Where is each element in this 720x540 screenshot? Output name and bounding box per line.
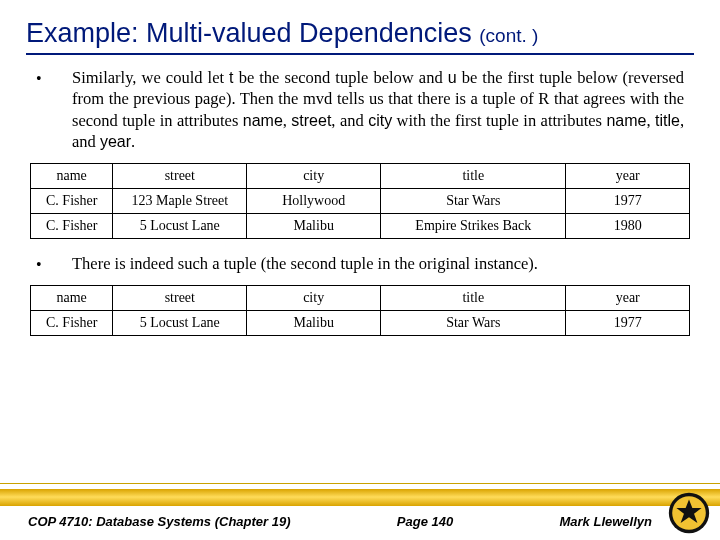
slide: Example: Multi-valued Dependencies (cont… <box>0 0 720 540</box>
table-header-row: name street city title year <box>31 286 690 311</box>
attr-title: title <box>655 112 680 129</box>
title-main: Example: Multi-valued Dependencies <box>26 18 479 48</box>
text: , and <box>331 111 368 130</box>
th-street: street <box>113 286 247 311</box>
bullet-1-text: Similarly, we could let t be the second … <box>72 67 684 153</box>
title-rule <box>26 53 694 55</box>
attr-year: year <box>100 133 131 150</box>
cell: 1977 <box>566 188 690 213</box>
attr-name: name <box>243 112 283 129</box>
cell: 123 Maple Street <box>113 188 247 213</box>
cell: 1977 <box>566 311 690 336</box>
table-2: name street city title year C. Fisher 5 … <box>30 285 690 336</box>
bullet-1: • Similarly, we could let t be the secon… <box>36 67 684 153</box>
th-city: city <box>247 286 381 311</box>
bullet-marker: • <box>36 67 72 90</box>
cell: Empire Strikes Back <box>381 213 566 238</box>
bullet-marker: • <box>36 253 72 276</box>
cell: Hollywood <box>247 188 381 213</box>
table-1: name street city title year C. Fisher 12… <box>30 163 690 239</box>
th-title: title <box>381 163 566 188</box>
th-name: name <box>31 286 113 311</box>
attr-name: name <box>606 112 646 129</box>
attr-street: street <box>291 112 331 129</box>
footer-page: Page 140 <box>397 514 453 529</box>
cell: C. Fisher <box>31 188 113 213</box>
cell: Star Wars <box>381 188 566 213</box>
cell: 5 Locust Lane <box>113 213 247 238</box>
slide-title: Example: Multi-valued Dependencies (cont… <box>26 18 694 49</box>
footer-gradient <box>0 486 720 506</box>
text: . <box>131 132 135 151</box>
text: Similarly, we could let <box>72 68 229 87</box>
bullet-2-text: There is indeed such a tuple (the second… <box>72 253 684 274</box>
attr-city: city <box>368 112 392 129</box>
th-street: street <box>113 163 247 188</box>
th-city: city <box>247 163 381 188</box>
th-year: year <box>566 163 690 188</box>
cell: C. Fisher <box>31 311 113 336</box>
var-u: u <box>448 69 457 86</box>
th-title: title <box>381 286 566 311</box>
text: with the first tuple in attributes <box>392 111 606 130</box>
text: , <box>646 111 655 130</box>
cell: 5 Locust Lane <box>113 311 247 336</box>
th-name: name <box>31 163 113 188</box>
table-row: C. Fisher 5 Locust Lane Malibu Empire St… <box>31 213 690 238</box>
cell: C. Fisher <box>31 213 113 238</box>
th-year: year <box>566 286 690 311</box>
title-cont: (cont. ) <box>479 25 538 46</box>
table-row: C. Fisher 123 Maple Street Hollywood Sta… <box>31 188 690 213</box>
cell: Malibu <box>247 213 381 238</box>
table-row: C. Fisher 5 Locust Lane Malibu Star Wars… <box>31 311 690 336</box>
ucf-logo-icon <box>668 492 710 534</box>
footer-author: Mark Llewellyn <box>560 514 652 529</box>
cell: Star Wars <box>381 311 566 336</box>
cell: Malibu <box>247 311 381 336</box>
bullet-2: • There is indeed such a tuple (the seco… <box>36 253 684 276</box>
footer-bar: COP 4710: Database Systems (Chapter 19) … <box>0 506 720 540</box>
footer-course: COP 4710: Database Systems (Chapter 19) <box>28 514 291 529</box>
cell: 1980 <box>566 213 690 238</box>
table-header-row: name street city title year <box>31 163 690 188</box>
text: be the second tuple below and <box>234 68 448 87</box>
footer: COP 4710: Database Systems (Chapter 19) … <box>0 483 720 540</box>
